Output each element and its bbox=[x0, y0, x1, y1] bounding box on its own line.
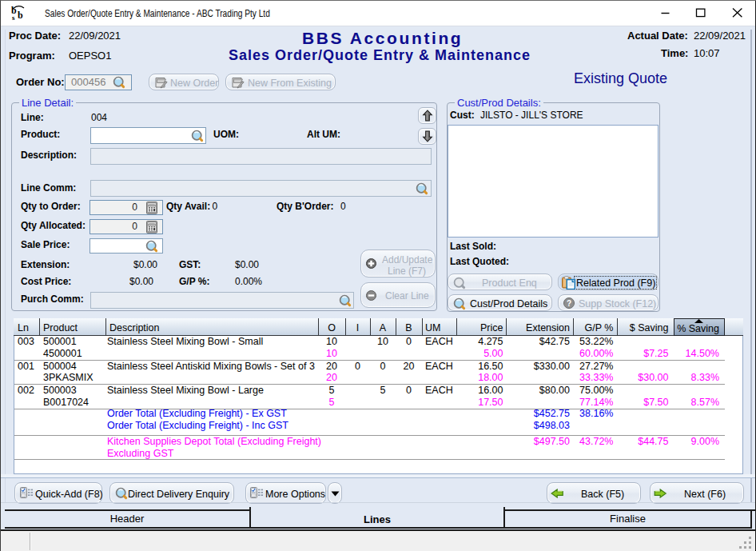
svg-text:b: b bbox=[18, 10, 23, 21]
svg-text:s: s bbox=[12, 14, 15, 22]
